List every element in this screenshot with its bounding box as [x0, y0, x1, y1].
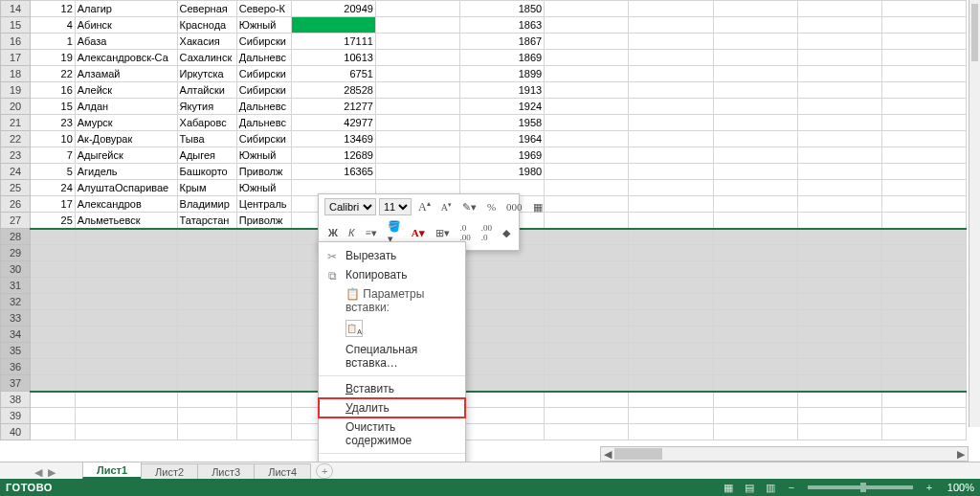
cell[interactable]: [545, 229, 629, 245]
cell[interactable]: 16365: [291, 164, 375, 180]
view-pagebreak-icon[interactable]: ▥: [760, 482, 781, 494]
cell[interactable]: [177, 327, 236, 343]
cell[interactable]: [545, 50, 629, 66]
cell[interactable]: [177, 294, 236, 310]
cell[interactable]: 1: [31, 34, 76, 50]
cell[interactable]: [797, 34, 881, 50]
cell[interactable]: 21277: [291, 99, 375, 115]
zoom-out-button[interactable]: −: [781, 482, 802, 493]
cell[interactable]: [629, 147, 713, 164]
cell[interactable]: [545, 82, 629, 99]
view-normal-icon[interactable]: ▦: [718, 482, 739, 494]
cell[interactable]: Алтайски: [177, 82, 236, 99]
cell[interactable]: 13469: [291, 131, 375, 147]
cell[interactable]: Хакасия: [177, 34, 236, 50]
decrease-decimal-button[interactable]: .00.0: [478, 221, 496, 244]
row-header[interactable]: 20: [1, 99, 31, 115]
ctx-paste-all[interactable]: 📋A: [319, 317, 465, 340]
cell[interactable]: [31, 310, 76, 327]
vertical-scrollbar[interactable]: [969, 0, 980, 427]
cell[interactable]: [545, 213, 629, 229]
cell[interactable]: [375, 147, 459, 164]
align-button[interactable]: ≡▾: [361, 225, 380, 241]
cell[interactable]: Приволж: [236, 164, 291, 180]
ctx-copy[interactable]: ⧉ Копировать: [319, 265, 465, 284]
cell[interactable]: [629, 50, 713, 66]
cell[interactable]: [713, 180, 797, 196]
row-header[interactable]: 35: [1, 343, 31, 359]
cell[interactable]: [545, 17, 629, 34]
new-sheet-button[interactable]: +: [316, 463, 333, 479]
cell[interactable]: [797, 408, 881, 424]
cell[interactable]: Башкорто: [177, 164, 236, 180]
cell[interactable]: [75, 245, 177, 261]
cell[interactable]: [31, 261, 76, 278]
cell[interactable]: [797, 196, 881, 213]
cell[interactable]: 1958: [460, 115, 545, 131]
cell[interactable]: [75, 424, 177, 440]
cell[interactable]: [177, 424, 236, 440]
cell[interactable]: [881, 375, 966, 392]
cell[interactable]: Сибирски: [236, 34, 291, 50]
cell[interactable]: Абинск: [75, 17, 177, 34]
cell[interactable]: [881, 229, 966, 245]
cell[interactable]: [375, 34, 459, 50]
row-header[interactable]: 24: [1, 164, 31, 180]
cell[interactable]: [797, 294, 881, 310]
row-header[interactable]: 26: [1, 196, 31, 213]
cell[interactable]: [713, 196, 797, 213]
zoom-level[interactable]: 100%: [947, 482, 974, 493]
cell[interactable]: 16: [31, 82, 76, 99]
row-header[interactable]: 29: [1, 245, 31, 261]
cell[interactable]: [460, 424, 545, 440]
cell[interactable]: Владимир: [177, 196, 236, 213]
cell[interactable]: [545, 424, 629, 440]
cell[interactable]: [75, 310, 177, 327]
scroll-right-icon[interactable]: ▶: [954, 448, 968, 461]
cell[interactable]: [31, 245, 76, 261]
cell[interactable]: 22: [31, 66, 76, 82]
cell[interactable]: [236, 392, 291, 408]
cell[interactable]: [797, 359, 881, 375]
cell[interactable]: [713, 34, 797, 50]
cell[interactable]: [713, 82, 797, 99]
cell[interactable]: [460, 261, 545, 278]
cell[interactable]: [881, 261, 966, 278]
row-header[interactable]: 31: [1, 278, 31, 294]
cell[interactable]: [881, 17, 966, 34]
cell[interactable]: [236, 343, 291, 359]
cell[interactable]: [881, 327, 966, 343]
cell[interactable]: [545, 99, 629, 115]
row-header[interactable]: 37: [1, 375, 31, 392]
zoom-slider[interactable]: [808, 485, 913, 489]
cell[interactable]: [881, 294, 966, 310]
border-button[interactable]: ⊞▾: [432, 225, 454, 241]
row-header[interactable]: 21: [1, 115, 31, 131]
cell[interactable]: [545, 408, 629, 424]
cell[interactable]: [713, 115, 797, 131]
cell[interactable]: Приволж: [236, 213, 291, 229]
borders-button[interactable]: ▦: [529, 199, 546, 215]
cell[interactable]: [797, 375, 881, 392]
cell[interactable]: [713, 131, 797, 147]
row-header[interactable]: 39: [1, 408, 31, 424]
ctx-clear[interactable]: Очистить содержимое: [319, 417, 465, 450]
clear-format-button[interactable]: ◆: [499, 225, 514, 241]
cell[interactable]: Александровск-Са: [75, 50, 177, 66]
cell[interactable]: [713, 375, 797, 392]
cell[interactable]: [629, 115, 713, 131]
cell[interactable]: [713, 147, 797, 164]
cell[interactable]: [713, 1, 797, 17]
ctx-insert[interactable]: Вставить: [319, 379, 465, 398]
row-header[interactable]: 15: [1, 17, 31, 34]
cell[interactable]: [75, 343, 177, 359]
cell[interactable]: [375, 115, 459, 131]
row-header[interactable]: 25: [1, 180, 31, 196]
cell[interactable]: [629, 99, 713, 115]
row-header[interactable]: 16: [1, 34, 31, 50]
cell[interactable]: [177, 245, 236, 261]
row-header[interactable]: 27: [1, 213, 31, 229]
cell[interactable]: [713, 424, 797, 440]
cell[interactable]: 42977: [291, 115, 375, 131]
cell[interactable]: [545, 294, 629, 310]
